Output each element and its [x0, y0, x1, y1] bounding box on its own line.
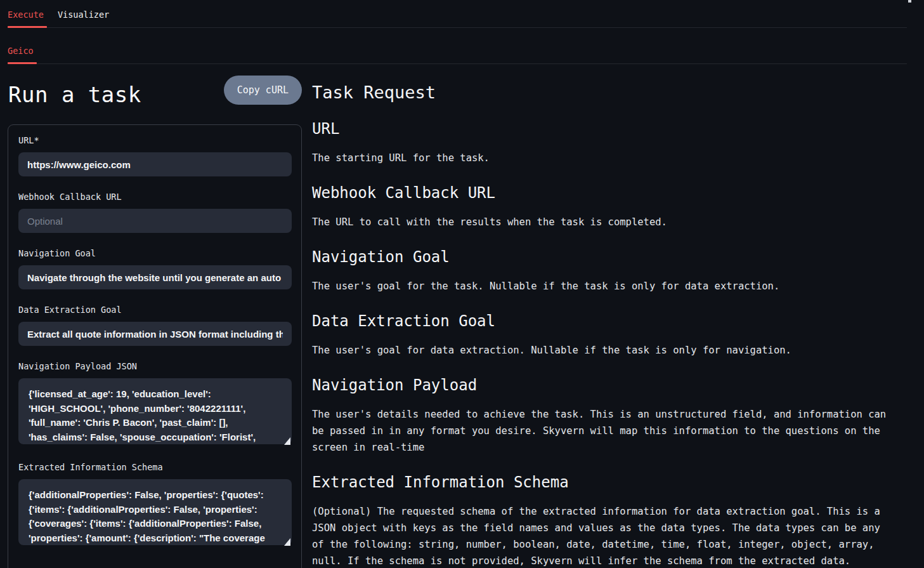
tab-geico-label: Geico: [8, 46, 34, 56]
data-extraction-goal-field-group: Data Extraction Goal: [18, 305, 292, 346]
url-label: URL*: [18, 135, 292, 145]
doc-section-webhook: Webhook Callback URL The URL to call wit…: [312, 184, 895, 230]
doc-desc-data-extraction-goal: The user's goal for data extraction. Nul…: [312, 342, 895, 359]
extracted-schema-wrap: {'additionalProperties': False, 'propert…: [18, 479, 292, 548]
task-request-panel: Task Request URL The starting URL for th…: [312, 64, 895, 568]
doc-section-navigation-payload: Navigation Payload The user's details ne…: [312, 376, 895, 456]
doc-desc-url: The starting URL for the task.: [312, 150, 895, 166]
run-task-header: Run a task Copy cURL: [8, 64, 302, 115]
doc-desc-webhook: The URL to call with the results when th…: [312, 214, 895, 230]
navigation-goal-input[interactable]: [18, 265, 292, 289]
navigation-payload-field-group: Navigation Payload JSON {'licensed_at_ag…: [18, 361, 292, 447]
secondary-tabbar: Geico: [8, 28, 907, 64]
doc-heading-navigation-goal: Navigation Goal: [312, 248, 895, 266]
task-request-title: Task Request: [312, 83, 895, 102]
doc-heading-url: URL: [312, 120, 895, 138]
doc-section-data-extraction-goal: Data Extraction Goal The user's goal for…: [312, 312, 895, 359]
data-extraction-goal-input[interactable]: [18, 322, 292, 346]
tab-geico[interactable]: Geico: [8, 46, 34, 63]
run-task-panel: Run a task Copy cURL URL* Webhook Callba…: [8, 64, 302, 568]
navigation-payload-wrap: {'licensed_at_age': 19, 'education_level…: [18, 378, 292, 447]
navigation-payload-label: Navigation Payload JSON: [18, 361, 292, 371]
doc-desc-navigation-payload: The user's details needed to achieve the…: [312, 406, 895, 456]
navigation-goal-label: Navigation Goal: [18, 248, 292, 258]
navigation-payload-textarea[interactable]: {'licensed_at_age': 19, 'education_level…: [18, 378, 292, 444]
main-content: Run a task Copy cURL URL* Webhook Callba…: [0, 64, 924, 568]
doc-desc-navigation-goal: The user's goal for the task. Nullable i…: [312, 278, 895, 294]
tab-visualizer[interactable]: Visualizer: [58, 10, 109, 27]
tab-visualizer-label: Visualizer: [58, 10, 109, 20]
doc-heading-extracted-schema: Extracted Information Schema: [312, 473, 895, 491]
scrollbar-thumb[interactable]: [908, 0, 911, 3]
doc-heading-webhook: Webhook Callback URL: [312, 184, 895, 202]
data-extraction-goal-label: Data Extraction Goal: [18, 305, 292, 315]
active-tab-underline: [8, 26, 47, 28]
webhook-label: Webhook Callback URL: [18, 192, 292, 202]
url-input[interactable]: [18, 152, 292, 176]
task-form-card: URL* Webhook Callback URL Navigation Goa…: [8, 124, 302, 568]
extracted-schema-field-group: Extracted Information Schema {'additiona…: [18, 462, 292, 548]
doc-section-url: URL The starting URL for the task.: [312, 120, 895, 166]
extracted-schema-label: Extracted Information Schema: [18, 462, 292, 472]
page-title: Run a task: [8, 82, 141, 107]
navigation-goal-field-group: Navigation Goal: [18, 248, 292, 289]
webhook-input[interactable]: [18, 209, 292, 233]
doc-section-extracted-schema: Extracted Information Schema (Optional) …: [312, 473, 895, 568]
doc-heading-navigation-payload: Navigation Payload: [312, 376, 895, 394]
copy-curl-button[interactable]: Copy cURL: [224, 76, 302, 105]
doc-heading-data-extraction-goal: Data Extraction Goal: [312, 312, 895, 330]
tab-execute-label: Execute: [8, 10, 44, 20]
doc-desc-extracted-schema: (Optional) The requested schema of the e…: [312, 503, 895, 568]
primary-tabbar: Execute Visualizer: [8, 0, 907, 28]
doc-section-navigation-goal: Navigation Goal The user's goal for the …: [312, 248, 895, 294]
extracted-schema-textarea[interactable]: {'additionalProperties': False, 'propert…: [18, 479, 292, 545]
tab-execute[interactable]: Execute: [8, 10, 44, 27]
webhook-field-group: Webhook Callback URL: [18, 192, 292, 233]
url-field-group: URL*: [18, 135, 292, 176]
